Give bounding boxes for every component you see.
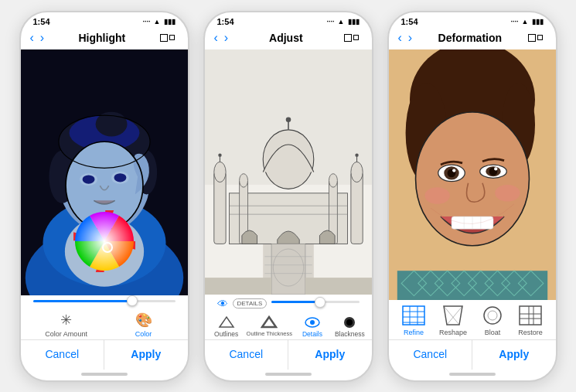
- slider-track-1[interactable]: [33, 300, 176, 302]
- svg-point-65: [452, 169, 455, 172]
- signal-icon: ····: [143, 18, 151, 26]
- svg-point-28: [285, 117, 291, 122]
- tool-details[interactable]: Details: [295, 315, 329, 338]
- svg-point-71: [495, 184, 520, 201]
- color-wheel-svg: [73, 210, 135, 272]
- view-toggle-1[interactable]: [160, 32, 179, 44]
- taj-container: [205, 49, 372, 295]
- image-area-3: [389, 49, 556, 300]
- details-label: Details: [302, 330, 322, 338]
- refine-label: Refine: [404, 329, 424, 336]
- nav-2: ‹ ›: [214, 31, 229, 45]
- phone-highlight: 1:54 ···· ▲ ▮▮▮ ‹ › Highlight: [19, 11, 189, 382]
- svg-point-38: [239, 173, 247, 186]
- tool-color-amount[interactable]: ✳ Color Amount: [45, 312, 87, 338]
- deform-tools: Refine Reshape Bloat: [389, 300, 556, 339]
- svg-rect-84: [520, 306, 541, 325]
- restore-label: Restore: [518, 329, 543, 336]
- svg-point-40: [329, 173, 337, 186]
- page-title-2: Adjust: [228, 32, 343, 44]
- tool-reshape[interactable]: Reshape: [439, 305, 467, 336]
- svg-point-70: [424, 187, 449, 204]
- header-1: ‹ › Highlight: [21, 28, 188, 49]
- apply-button-3[interactable]: Apply: [472, 340, 556, 370]
- status-icons-3: ···· ▲ ▮▮▮: [511, 18, 544, 26]
- color-icon: 🎨: [135, 312, 152, 329]
- face-svg: [389, 49, 556, 300]
- battery-icon-2: ▮▮▮: [348, 18, 360, 26]
- blackness-icon: [341, 315, 358, 329]
- slider-track-2[interactable]: [271, 301, 359, 303]
- view-toggle-2[interactable]: [344, 32, 363, 44]
- apply-button-1[interactable]: Apply: [104, 340, 188, 370]
- svg-point-20: [75, 212, 134, 271]
- action-bar-2: Cancel Apply: [205, 339, 372, 370]
- battery-icon: ▮▮▮: [164, 18, 176, 26]
- tool-bar-1: ✳ Color Amount 🎨 Color: [21, 308, 188, 339]
- outlines-icon: [218, 315, 235, 329]
- svg-point-32: [218, 153, 221, 156]
- svg-point-52: [346, 319, 353, 326]
- action-bar-3: Cancel Apply: [389, 339, 556, 370]
- tool-restore[interactable]: Restore: [518, 305, 543, 336]
- phone-adjust: 1:54 ···· ▲ ▮▮▮ ‹ › Adjust: [203, 11, 373, 382]
- back-icon-1[interactable]: ‹: [30, 31, 34, 45]
- slider-1: [21, 295, 188, 308]
- outline-thickness-icon: [261, 315, 278, 329]
- blackness-label: Blackness: [335, 330, 365, 338]
- status-bar-1: 1:54 ···· ▲ ▮▮▮: [21, 12, 188, 28]
- adjust-tools: Outlines Outline Thickness Details Black…: [205, 312, 372, 339]
- svg-rect-33: [350, 172, 362, 244]
- outlines-label: Outlines: [214, 330, 238, 338]
- svg-point-30: [213, 162, 225, 182]
- tool-refine[interactable]: Refine: [401, 305, 426, 336]
- color-amount-label: Color Amount: [45, 330, 87, 338]
- color-wheel[interactable]: [73, 210, 135, 272]
- status-bar-2: 1:54 ···· ▲ ▮▮▮: [205, 12, 372, 28]
- portrait-container: [21, 49, 188, 295]
- nav-3: ‹ ›: [398, 31, 413, 45]
- svg-point-34: [350, 162, 362, 182]
- back-icon-3[interactable]: ‹: [398, 31, 402, 45]
- tool-outlines[interactable]: Outlines: [209, 315, 244, 338]
- tool-blackness[interactable]: Blackness: [332, 315, 367, 338]
- header-3: ‹ › Deformation: [389, 28, 556, 49]
- cancel-button-3[interactable]: Cancel: [389, 340, 472, 370]
- apply-button-2[interactable]: Apply: [288, 340, 372, 370]
- svg-point-69: [494, 167, 497, 170]
- phone-deformation: 1:54 ···· ▲ ▮▮▮ ‹ › Deformation: [387, 11, 557, 382]
- signal-icon-2: ····: [327, 18, 335, 26]
- home-indicator-3: [449, 373, 496, 376]
- tool-bloat[interactable]: Bloat: [480, 305, 505, 336]
- status-icons-1: ···· ▲ ▮▮▮: [143, 18, 176, 26]
- page-title-1: Highlight: [44, 32, 159, 44]
- bloat-label: Bloat: [485, 329, 501, 336]
- details-icon: [304, 315, 321, 329]
- svg-rect-47: [205, 278, 271, 295]
- home-indicator-2: [265, 373, 312, 376]
- image-area-1: [21, 49, 188, 295]
- cancel-button-2[interactable]: Cancel: [205, 340, 288, 370]
- svg-point-50: [310, 320, 315, 325]
- svg-rect-74: [403, 306, 424, 325]
- color-amount-icon: ✳: [60, 312, 72, 329]
- time-2: 1:54: [217, 17, 234, 26]
- bloat-icon: [480, 305, 505, 326]
- reshape-icon: [441, 305, 465, 326]
- tool-color[interactable]: 🎨 Color: [124, 312, 163, 338]
- svg-point-36: [355, 153, 358, 156]
- face-container: [389, 49, 556, 300]
- details-badge: DETAILS: [233, 298, 268, 308]
- reshape-label: Reshape: [439, 329, 467, 336]
- wifi-icon-2: ▲: [338, 18, 345, 26]
- cancel-button-1[interactable]: Cancel: [21, 340, 104, 370]
- nav-1: ‹ ›: [30, 31, 45, 45]
- svg-point-83: [488, 311, 497, 320]
- view-toggle-3[interactable]: [528, 32, 547, 44]
- wifi-icon: ▲: [154, 18, 161, 26]
- tool-outline-thickness[interactable]: Outline Thickness: [247, 315, 292, 338]
- svg-point-82: [484, 307, 501, 324]
- back-icon-2[interactable]: ‹: [214, 31, 218, 45]
- battery-icon-3: ▮▮▮: [532, 18, 544, 26]
- image-area-2: [205, 49, 372, 295]
